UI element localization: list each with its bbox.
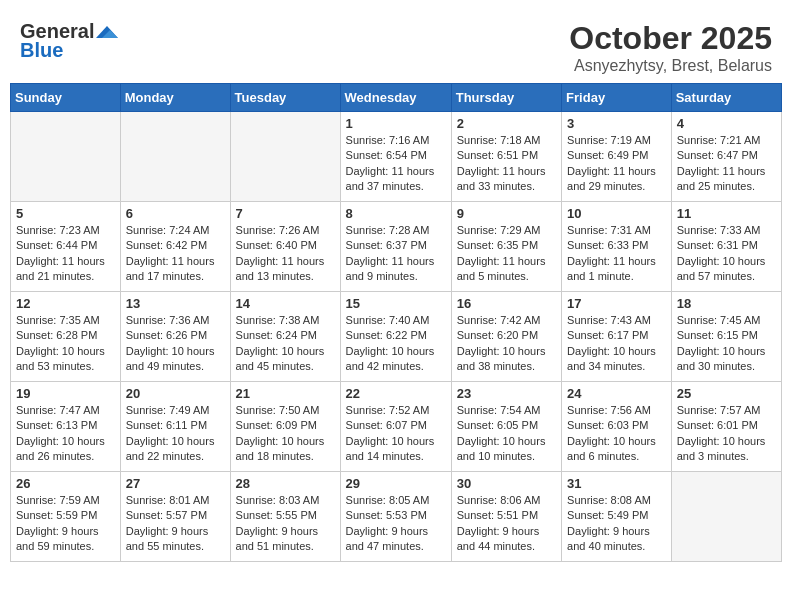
weekday-header-tuesday: Tuesday xyxy=(230,84,340,112)
day-info: Sunrise: 7:42 AMSunset: 6:20 PMDaylight:… xyxy=(457,313,556,375)
day-number: 24 xyxy=(567,386,666,401)
week-row-5: 26 Sunrise: 7:59 AMSunset: 5:59 PMDaylig… xyxy=(11,472,782,562)
day-number: 8 xyxy=(346,206,446,221)
calendar-cell-3: 3 Sunrise: 7:19 AMSunset: 6:49 PMDayligh… xyxy=(562,112,672,202)
day-info: Sunrise: 7:56 AMSunset: 6:03 PMDaylight:… xyxy=(567,403,666,465)
calendar-cell-empty xyxy=(230,112,340,202)
day-info: Sunrise: 7:50 AMSunset: 6:09 PMDaylight:… xyxy=(236,403,335,465)
day-info: Sunrise: 7:47 AMSunset: 6:13 PMDaylight:… xyxy=(16,403,115,465)
weekday-header-monday: Monday xyxy=(120,84,230,112)
day-number: 31 xyxy=(567,476,666,491)
calendar-cell-22: 22 Sunrise: 7:52 AMSunset: 6:07 PMDaylig… xyxy=(340,382,451,472)
day-number: 12 xyxy=(16,296,115,311)
week-row-3: 12 Sunrise: 7:35 AMSunset: 6:28 PMDaylig… xyxy=(11,292,782,382)
day-info: Sunrise: 8:05 AMSunset: 5:53 PMDaylight:… xyxy=(346,493,446,555)
day-number: 5 xyxy=(16,206,115,221)
calendar-cell-27: 27 Sunrise: 8:01 AMSunset: 5:57 PMDaylig… xyxy=(120,472,230,562)
calendar-cell-7: 7 Sunrise: 7:26 AMSunset: 6:40 PMDayligh… xyxy=(230,202,340,292)
weekday-header-thursday: Thursday xyxy=(451,84,561,112)
day-number: 11 xyxy=(677,206,776,221)
day-number: 21 xyxy=(236,386,335,401)
day-number: 20 xyxy=(126,386,225,401)
calendar-cell-9: 9 Sunrise: 7:29 AMSunset: 6:35 PMDayligh… xyxy=(451,202,561,292)
calendar-cell-18: 18 Sunrise: 7:45 AMSunset: 6:15 PMDaylig… xyxy=(671,292,781,382)
day-number: 1 xyxy=(346,116,446,131)
day-number: 14 xyxy=(236,296,335,311)
day-number: 25 xyxy=(677,386,776,401)
day-info: Sunrise: 8:03 AMSunset: 5:55 PMDaylight:… xyxy=(236,493,335,555)
day-info: Sunrise: 7:59 AMSunset: 5:59 PMDaylight:… xyxy=(16,493,115,555)
day-number: 29 xyxy=(346,476,446,491)
calendar-cell-31: 31 Sunrise: 8:08 AMSunset: 5:49 PMDaylig… xyxy=(562,472,672,562)
day-info: Sunrise: 7:31 AMSunset: 6:33 PMDaylight:… xyxy=(567,223,666,285)
day-info: Sunrise: 8:01 AMSunset: 5:57 PMDaylight:… xyxy=(126,493,225,555)
calendar-cell-19: 19 Sunrise: 7:47 AMSunset: 6:13 PMDaylig… xyxy=(11,382,121,472)
logo: General Blue xyxy=(20,20,118,62)
day-number: 28 xyxy=(236,476,335,491)
weekday-header-friday: Friday xyxy=(562,84,672,112)
calendar-table: SundayMondayTuesdayWednesdayThursdayFrid… xyxy=(10,83,782,562)
calendar-cell-empty xyxy=(671,472,781,562)
day-number: 3 xyxy=(567,116,666,131)
day-number: 16 xyxy=(457,296,556,311)
day-number: 9 xyxy=(457,206,556,221)
calendar-cell-21: 21 Sunrise: 7:50 AMSunset: 6:09 PMDaylig… xyxy=(230,382,340,472)
day-number: 7 xyxy=(236,206,335,221)
calendar-cell-empty xyxy=(11,112,121,202)
calendar-cell-10: 10 Sunrise: 7:31 AMSunset: 6:33 PMDaylig… xyxy=(562,202,672,292)
day-number: 17 xyxy=(567,296,666,311)
day-info: Sunrise: 7:19 AMSunset: 6:49 PMDaylight:… xyxy=(567,133,666,195)
day-info: Sunrise: 7:40 AMSunset: 6:22 PMDaylight:… xyxy=(346,313,446,375)
day-info: Sunrise: 7:23 AMSunset: 6:44 PMDaylight:… xyxy=(16,223,115,285)
calendar-cell-4: 4 Sunrise: 7:21 AMSunset: 6:47 PMDayligh… xyxy=(671,112,781,202)
calendar-cell-5: 5 Sunrise: 7:23 AMSunset: 6:44 PMDayligh… xyxy=(11,202,121,292)
day-info: Sunrise: 7:33 AMSunset: 6:31 PMDaylight:… xyxy=(677,223,776,285)
day-info: Sunrise: 7:16 AMSunset: 6:54 PMDaylight:… xyxy=(346,133,446,195)
day-info: Sunrise: 7:57 AMSunset: 6:01 PMDaylight:… xyxy=(677,403,776,465)
day-info: Sunrise: 7:26 AMSunset: 6:40 PMDaylight:… xyxy=(236,223,335,285)
calendar-cell-16: 16 Sunrise: 7:42 AMSunset: 6:20 PMDaylig… xyxy=(451,292,561,382)
day-info: Sunrise: 7:54 AMSunset: 6:05 PMDaylight:… xyxy=(457,403,556,465)
calendar-cell-25: 25 Sunrise: 7:57 AMSunset: 6:01 PMDaylig… xyxy=(671,382,781,472)
calendar-cell-28: 28 Sunrise: 8:03 AMSunset: 5:55 PMDaylig… xyxy=(230,472,340,562)
weekday-header-saturday: Saturday xyxy=(671,84,781,112)
month-title: October 2025 xyxy=(569,20,772,57)
calendar-cell-24: 24 Sunrise: 7:56 AMSunset: 6:03 PMDaylig… xyxy=(562,382,672,472)
calendar-cell-23: 23 Sunrise: 7:54 AMSunset: 6:05 PMDaylig… xyxy=(451,382,561,472)
location-title: Asnyezhytsy, Brest, Belarus xyxy=(569,57,772,75)
day-info: Sunrise: 7:21 AMSunset: 6:47 PMDaylight:… xyxy=(677,133,776,195)
weekday-header-sunday: Sunday xyxy=(11,84,121,112)
week-row-4: 19 Sunrise: 7:47 AMSunset: 6:13 PMDaylig… xyxy=(11,382,782,472)
day-info: Sunrise: 7:29 AMSunset: 6:35 PMDaylight:… xyxy=(457,223,556,285)
day-number: 30 xyxy=(457,476,556,491)
day-number: 26 xyxy=(16,476,115,491)
day-info: Sunrise: 7:24 AMSunset: 6:42 PMDaylight:… xyxy=(126,223,225,285)
calendar-cell-8: 8 Sunrise: 7:28 AMSunset: 6:37 PMDayligh… xyxy=(340,202,451,292)
calendar-cell-1: 1 Sunrise: 7:16 AMSunset: 6:54 PMDayligh… xyxy=(340,112,451,202)
weekday-header-row: SundayMondayTuesdayWednesdayThursdayFrid… xyxy=(11,84,782,112)
calendar-cell-26: 26 Sunrise: 7:59 AMSunset: 5:59 PMDaylig… xyxy=(11,472,121,562)
calendar-cell-30: 30 Sunrise: 8:06 AMSunset: 5:51 PMDaylig… xyxy=(451,472,561,562)
day-number: 22 xyxy=(346,386,446,401)
day-info: Sunrise: 7:52 AMSunset: 6:07 PMDaylight:… xyxy=(346,403,446,465)
day-info: Sunrise: 7:28 AMSunset: 6:37 PMDaylight:… xyxy=(346,223,446,285)
calendar-cell-empty xyxy=(120,112,230,202)
day-info: Sunrise: 7:43 AMSunset: 6:17 PMDaylight:… xyxy=(567,313,666,375)
day-info: Sunrise: 7:38 AMSunset: 6:24 PMDaylight:… xyxy=(236,313,335,375)
week-row-2: 5 Sunrise: 7:23 AMSunset: 6:44 PMDayligh… xyxy=(11,202,782,292)
day-info: Sunrise: 8:06 AMSunset: 5:51 PMDaylight:… xyxy=(457,493,556,555)
calendar-cell-12: 12 Sunrise: 7:35 AMSunset: 6:28 PMDaylig… xyxy=(11,292,121,382)
day-number: 23 xyxy=(457,386,556,401)
logo-blue-text: Blue xyxy=(20,39,63,62)
week-row-1: 1 Sunrise: 7:16 AMSunset: 6:54 PMDayligh… xyxy=(11,112,782,202)
calendar-cell-13: 13 Sunrise: 7:36 AMSunset: 6:26 PMDaylig… xyxy=(120,292,230,382)
day-info: Sunrise: 7:18 AMSunset: 6:51 PMDaylight:… xyxy=(457,133,556,195)
calendar-cell-20: 20 Sunrise: 7:49 AMSunset: 6:11 PMDaylig… xyxy=(120,382,230,472)
calendar-cell-29: 29 Sunrise: 8:05 AMSunset: 5:53 PMDaylig… xyxy=(340,472,451,562)
calendar-cell-11: 11 Sunrise: 7:33 AMSunset: 6:31 PMDaylig… xyxy=(671,202,781,292)
day-info: Sunrise: 7:36 AMSunset: 6:26 PMDaylight:… xyxy=(126,313,225,375)
logo-icon xyxy=(96,24,118,40)
calendar-cell-17: 17 Sunrise: 7:43 AMSunset: 6:17 PMDaylig… xyxy=(562,292,672,382)
calendar-cell-2: 2 Sunrise: 7:18 AMSunset: 6:51 PMDayligh… xyxy=(451,112,561,202)
day-info: Sunrise: 7:35 AMSunset: 6:28 PMDaylight:… xyxy=(16,313,115,375)
